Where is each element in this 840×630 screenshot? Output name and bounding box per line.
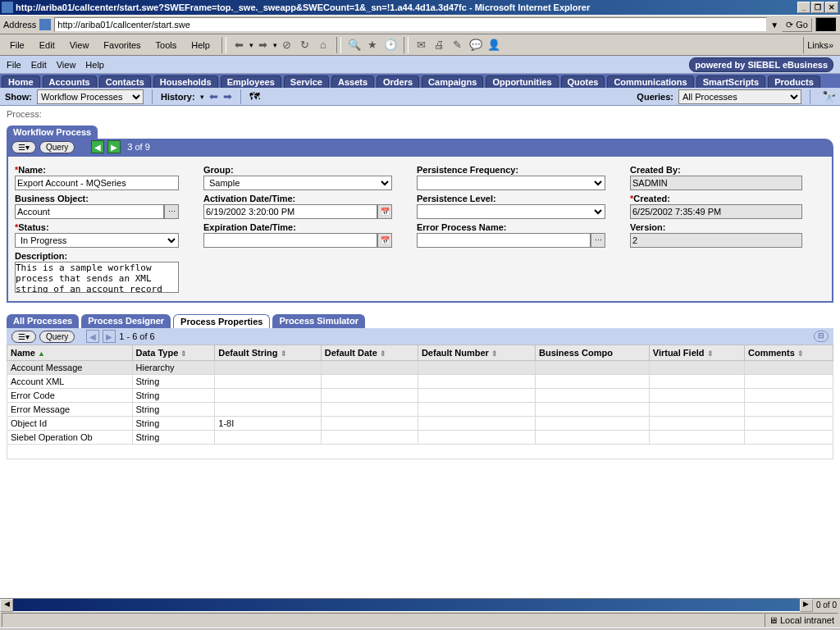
- ie-menu-view[interactable]: View: [63, 39, 96, 52]
- refresh-icon[interactable]: ↻: [297, 37, 313, 53]
- stop-icon[interactable]: ⊘: [279, 37, 295, 53]
- table-cell[interactable]: [649, 431, 744, 445]
- next-record-button[interactable]: ▶: [107, 140, 121, 153]
- table-cell[interactable]: [418, 431, 535, 445]
- tab-service[interactable]: Service: [284, 75, 329, 88]
- tab-all-processes[interactable]: All Processes: [7, 314, 79, 328]
- prev-record-button[interactable]: ◀: [91, 140, 104, 153]
- bo-field[interactable]: [15, 204, 164, 219]
- siebel-menu-view[interactable]: View: [57, 60, 76, 70]
- table-cell[interactable]: [321, 417, 418, 431]
- activation-field[interactable]: [203, 204, 377, 219]
- table-cell[interactable]: [321, 403, 418, 417]
- tab-accounts[interactable]: Accounts: [43, 75, 97, 88]
- show-dropdown[interactable]: Workflow Processes: [37, 89, 144, 104]
- table-cell[interactable]: [321, 389, 418, 403]
- home-icon[interactable]: ⌂: [315, 37, 331, 53]
- address-input[interactable]: [54, 17, 767, 32]
- table-cell[interactable]: Error Message: [7, 403, 133, 417]
- error-pick-icon[interactable]: ⋯: [591, 233, 605, 248]
- history-back-icon[interactable]: ⬅: [209, 90, 218, 103]
- tab-process-designer[interactable]: Process Designer: [81, 314, 171, 328]
- pfreq-dropdown[interactable]: [417, 176, 605, 190]
- col-datatype[interactable]: Data Type ⇕: [132, 345, 215, 361]
- scroll-right-button[interactable]: ▶: [800, 599, 813, 612]
- expiration-calendar-icon[interactable]: 📅: [377, 233, 392, 248]
- tab-products[interactable]: Products: [768, 75, 820, 88]
- table-cell[interactable]: [418, 361, 535, 375]
- minimize-button[interactable]: _: [797, 2, 810, 13]
- table-cell[interactable]: [321, 375, 418, 389]
- edit-icon[interactable]: ✎: [450, 37, 466, 53]
- history-icon[interactable]: 🕑: [382, 37, 399, 53]
- status-dropdown[interactable]: In Progress: [15, 233, 179, 248]
- ie-menu-favorites[interactable]: Favorites: [97, 39, 147, 52]
- table-cell[interactable]: [649, 361, 744, 375]
- siebel-menu-file[interactable]: File: [7, 60, 21, 70]
- scroll-left-button[interactable]: ◀: [0, 599, 13, 612]
- group-dropdown[interactable]: Sample: [203, 176, 392, 190]
- desc-field[interactable]: This is a sample workflow process that s…: [15, 262, 179, 293]
- tab-process-simulator[interactable]: Process Simulator: [272, 314, 365, 328]
- table-cell[interactable]: [536, 389, 650, 403]
- tab-assets[interactable]: Assets: [331, 75, 374, 88]
- messenger-icon[interactable]: 👤: [486, 37, 502, 53]
- table-cell[interactable]: [649, 389, 744, 403]
- table-cell[interactable]: [215, 403, 321, 417]
- table-cell[interactable]: [418, 403, 535, 417]
- col-comments[interactable]: Comments ⇕: [745, 345, 833, 361]
- table-cell[interactable]: [536, 431, 650, 445]
- table-row[interactable]: Siebel Operation ObString: [7, 431, 833, 445]
- table-cell[interactable]: [536, 375, 650, 389]
- table-cell[interactable]: Account XML: [7, 375, 133, 389]
- queries-dropdown[interactable]: All Processes: [678, 89, 801, 104]
- table-cell[interactable]: Object Id: [7, 417, 133, 431]
- table-cell[interactable]: [215, 375, 321, 389]
- tab-employees[interactable]: Employees: [221, 75, 281, 88]
- ie-menu-edit[interactable]: Edit: [33, 39, 62, 52]
- table-cell[interactable]: [536, 361, 650, 375]
- siebel-menu-help[interactable]: Help: [85, 60, 104, 70]
- table-cell[interactable]: [418, 417, 535, 431]
- ie-menu-tools[interactable]: Tools: [149, 39, 184, 52]
- collapse-icon[interactable]: ⊟: [814, 331, 829, 342]
- table-cell[interactable]: [649, 403, 744, 417]
- close-button[interactable]: ✕: [825, 2, 838, 13]
- list-next-button[interactable]: ▶: [103, 330, 116, 343]
- tab-campaigns[interactable]: Campaigns: [422, 75, 483, 88]
- name-field[interactable]: [15, 176, 179, 190]
- table-cell[interactable]: String: [132, 389, 215, 403]
- tab-orders[interactable]: Orders: [377, 75, 419, 88]
- table-cell[interactable]: 1-8I: [215, 417, 321, 431]
- tab-contacts[interactable]: Contacts: [99, 75, 151, 88]
- table-cell[interactable]: [745, 361, 833, 375]
- restore-button[interactable]: ❐: [811, 2, 824, 13]
- table-cell[interactable]: [321, 431, 418, 445]
- discuss-icon[interactable]: 💬: [468, 37, 484, 53]
- table-cell[interactable]: [649, 417, 744, 431]
- table-cell[interactable]: Account Message: [7, 361, 133, 375]
- table-cell[interactable]: String: [132, 375, 215, 389]
- list-prev-button[interactable]: ◀: [86, 330, 99, 343]
- siebel-menu-edit[interactable]: Edit: [31, 60, 47, 70]
- table-cell[interactable]: [215, 431, 321, 445]
- col-name[interactable]: Name ▲: [7, 345, 133, 361]
- table-cell[interactable]: String: [132, 403, 215, 417]
- table-cell[interactable]: [745, 431, 833, 445]
- expiration-field[interactable]: [203, 233, 377, 248]
- go-button[interactable]: ⟳ Go: [782, 18, 812, 32]
- table-cell[interactable]: Error Code: [7, 389, 133, 403]
- search-icon[interactable]: 🔍: [346, 37, 363, 53]
- tab-smartscripts[interactable]: SmartScripts: [696, 75, 765, 88]
- table-row[interactable]: Account XMLString: [7, 375, 833, 389]
- mail-icon[interactable]: ✉: [413, 37, 430, 53]
- col-defdate[interactable]: Default Date ⇕: [321, 345, 418, 361]
- table-cell[interactable]: Hierarchy: [132, 361, 215, 375]
- bo-pick-icon[interactable]: ⋯: [164, 204, 179, 219]
- error-field[interactable]: [417, 233, 591, 248]
- query-button[interactable]: Query: [39, 141, 75, 153]
- list-menu-button[interactable]: ☰▾: [11, 331, 36, 343]
- tab-home[interactable]: Home: [2, 75, 40, 88]
- table-cell[interactable]: [536, 403, 650, 417]
- table-cell[interactable]: [745, 389, 833, 403]
